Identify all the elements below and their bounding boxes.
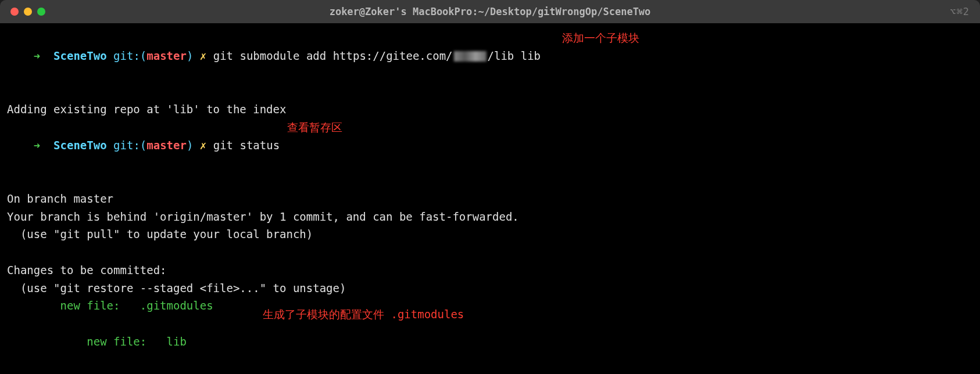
prompt-line-1: ➜ SceneTwo git:(master) ✗ git submodule … (7, 29, 973, 100)
git-branch: master (146, 139, 187, 152)
terminal-body[interactable]: ➜ SceneTwo git:(master) ✗ git submodule … (0, 23, 980, 374)
annotation-3: 生成了子模块的配置文件 .gitmodules (263, 305, 464, 323)
minimize-button[interactable] (24, 8, 32, 16)
output-line: Adding existing repo at 'lib' to the ind… (7, 100, 973, 118)
command-1-part1: git submodule add https://gitee.com/ (213, 49, 453, 62)
annotation-2: 查看暂存区 (287, 118, 342, 136)
blank-line (7, 243, 973, 261)
prompt-arrow: ➜ (34, 49, 40, 62)
output-line: (use "git pull" to update your local bra… (7, 225, 973, 243)
command-1-part2: /lib lib (488, 49, 541, 62)
git-prefix: git:( (113, 49, 146, 62)
annotation-1: 添加一个子模块 (562, 29, 639, 47)
dirty-mark: ✗ (200, 49, 206, 62)
titlebar: zoker@Zoker's MacBookPro:~/Desktop/gitWr… (0, 0, 980, 23)
shortcut-hint: ⌥⌘2 (950, 6, 970, 17)
git-branch: master (146, 49, 187, 62)
maximize-button[interactable] (37, 8, 45, 16)
prompt-arrow: ➜ (34, 139, 40, 152)
prompt-dir: SceneTwo (53, 139, 107, 152)
output-line: (use "git restore --staged <file>..." to… (7, 279, 973, 297)
git-prefix: git:( (113, 139, 146, 152)
traffic-lights (10, 8, 45, 16)
close-button[interactable] (10, 8, 19, 16)
staged-file: new file: lib (34, 335, 187, 348)
git-suffix: ) (187, 49, 193, 62)
staged-file-line: new file: lib 生成了子模块的配置文件 .gitmodules (7, 315, 973, 374)
prompt-line-2: ➜ SceneTwo git:(master) ✗ git status 查看暂… (7, 118, 973, 190)
window-title: zoker@Zoker's MacBookPro:~/Desktop/gitWr… (330, 6, 651, 17)
redacted-text (454, 51, 487, 62)
output-line: On branch master (7, 190, 973, 208)
git-suffix: ) (187, 139, 193, 152)
output-line: Changes to be committed: (7, 261, 973, 279)
dirty-mark: ✗ (200, 139, 206, 152)
output-line: Your branch is behind 'origin/master' by… (7, 208, 973, 226)
command-2: git status (213, 139, 280, 152)
prompt-dir: SceneTwo (53, 49, 107, 62)
staged-file-line: new file: .gitmodules (7, 297, 973, 315)
